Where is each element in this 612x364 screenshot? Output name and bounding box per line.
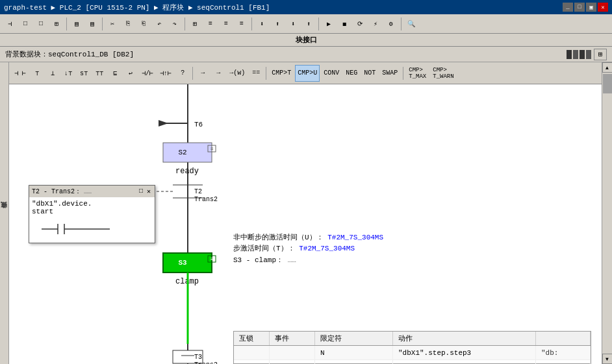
instr-contact-no[interactable]: ⊣ ⊢ xyxy=(12,65,29,82)
instr-sep-1 xyxy=(192,67,193,80)
tb-btn-3[interactable]: □ xyxy=(34,17,48,31)
table-row[interactable]: N "dbX1".step.step3 "db: xyxy=(234,346,591,360)
ruler-icon-4 xyxy=(586,50,591,59)
svg-marker-2 xyxy=(159,120,168,127)
tb-btn-8[interactable]: ⎘ xyxy=(121,17,135,31)
instr-arrow-w[interactable]: →(w) xyxy=(227,65,248,82)
ruler-icon xyxy=(567,50,572,59)
tb-btn-11[interactable]: ↷ xyxy=(168,17,182,31)
instr-cmp-tmax[interactable]: CMP>T_MAX xyxy=(406,65,429,82)
svg-rect-3 xyxy=(163,143,212,162)
tb-btn-16[interactable]: ⬇ xyxy=(255,17,269,31)
timing-label1: 非中断步的激活时间（U）： xyxy=(233,234,324,241)
tb-btn-2[interactable]: □ xyxy=(18,17,32,31)
tb-btn-7[interactable]: ✂ xyxy=(105,17,120,31)
instr-contact-nc[interactable]: ⊣/⊢ xyxy=(139,65,156,82)
block-interface-label: 块接口 xyxy=(296,35,317,45)
contact-row xyxy=(38,219,152,239)
instr-arrow-1[interactable]: → xyxy=(196,65,210,82)
tb-btn-23[interactable]: ⚡ xyxy=(368,17,383,31)
ruler-icon-2 xyxy=(573,50,578,59)
toolbar-separator-3 xyxy=(185,18,185,30)
tb-btn-17[interactable]: ⬆ xyxy=(270,17,285,31)
timing-value2: T#2M_7S_304MS xyxy=(299,245,355,252)
popup-title-label: T2 - Trans2： xyxy=(32,187,81,196)
toolbar-separator-4 xyxy=(251,18,252,30)
expand-button[interactable]: ⊞ xyxy=(594,49,607,60)
tb-btn-9[interactable]: ⎗ xyxy=(136,17,151,31)
tb-btn-20[interactable]: ▶ xyxy=(322,17,336,31)
popup-close-icon[interactable]: ✕ xyxy=(146,188,152,195)
instr-contact-re[interactable]: ⊣↑⊢ xyxy=(157,65,174,82)
s2-label[interactable]: S2 xyxy=(178,149,186,156)
tb-btn-12[interactable]: ⊞ xyxy=(188,17,202,31)
tb-btn-25[interactable]: 🔍 xyxy=(404,17,418,31)
trans2-popup: T2 - Trans2： …… □ ✕ "dbX1".device. start xyxy=(29,185,155,243)
right-scrollbar: ▲ ▼ xyxy=(602,62,612,364)
db-header: 背景数据块：seqControl1_DB [DB2] ⊞ xyxy=(0,47,612,62)
main-toolbar: ⊣ □ □ ⊞ ▤ ▤ ✂ ⎘ ⎗ ↶ ↷ ⊞ ≡ ≡ ≡ ⬇ ⬆ ⬇ ⬆ ▶ … xyxy=(0,14,612,34)
instr-conv[interactable]: CONV xyxy=(321,65,342,82)
th-action: 动作 xyxy=(393,332,536,345)
restore-button[interactable]: □ xyxy=(574,3,585,12)
maximize-button[interactable]: ▣ xyxy=(586,3,596,12)
instr-coil-4[interactable]: ⊤⊤ xyxy=(92,65,107,82)
t3-label: T3 xyxy=(194,354,202,361)
tb-btn-5[interactable]: ▤ xyxy=(70,17,84,31)
instr-swap[interactable]: SWAP xyxy=(379,65,400,82)
s3-info: S3 - clamp： …… xyxy=(233,255,296,265)
header-right-controls: ⊞ xyxy=(567,49,607,60)
content-area: 收藏夹 ⊣ ⊢ ⊤ ⊥ ↓⊤ s⊤ ⊤⊤ ⊑ ↩ ⊣/⊢ ⊣↑⊢ ? → → →… xyxy=(0,62,612,364)
td-action-2: "timerClamp", S5T#2s xyxy=(393,360,536,364)
table-header: 互锁 事件 限定符 动作 xyxy=(234,332,591,346)
tb-btn-15[interactable]: ≡ xyxy=(235,17,249,31)
tb-btn-1[interactable]: ⊣ xyxy=(3,17,17,31)
instr-coil-2[interactable]: ⊥ xyxy=(45,65,60,82)
db-header-label: 背景数据块：seqControl1_DB [DB2] xyxy=(5,49,134,59)
instr-cmp-twarn[interactable]: CMP>T_WARN xyxy=(430,65,456,82)
minimize-button[interactable]: _ xyxy=(563,3,573,12)
instr-return[interactable]: ↩ xyxy=(123,65,138,82)
td-qualifier-2: TD xyxy=(315,360,393,364)
instr-cmp-t[interactable]: CMP>T xyxy=(269,65,294,82)
scroll-thumb[interactable] xyxy=(603,74,612,93)
instr-sep-2 xyxy=(266,67,266,80)
th-extra xyxy=(536,332,591,345)
tb-btn-24[interactable]: ⚙ xyxy=(384,17,398,31)
tb-btn-4[interactable]: ⊞ xyxy=(49,17,64,31)
instr-coil-s[interactable]: s⊤ xyxy=(77,65,91,82)
instr-eq[interactable]: == xyxy=(249,65,263,82)
instr-unknown[interactable]: ? xyxy=(175,65,190,82)
diagram-canvas: T6 S2 ≡ ready T2 Trans2 xyxy=(9,84,602,364)
td-interlock-1 xyxy=(234,346,270,359)
trans3-label: Trans3 xyxy=(194,361,218,364)
s3-label[interactable]: S3 xyxy=(178,259,187,267)
tb-btn-18[interactable]: ⬇ xyxy=(286,17,300,31)
instr-not[interactable]: NOT xyxy=(361,65,378,82)
svg-text:≡: ≡ xyxy=(210,146,214,152)
instr-coil-1[interactable]: ⊤ xyxy=(30,65,44,82)
tb-btn-21[interactable]: ◼ xyxy=(337,17,351,31)
scroll-down-button[interactable]: ▼ xyxy=(602,354,613,364)
instr-neg[interactable]: NEG xyxy=(343,65,360,82)
instr-coil-3[interactable]: ↓⊤ xyxy=(61,65,75,82)
tb-btn-19[interactable]: ⬆ xyxy=(301,17,316,31)
scroll-up-button[interactable]: ▲ xyxy=(602,62,613,73)
tb-btn-14[interactable]: ≡ xyxy=(219,17,233,31)
tb-btn-10[interactable]: ↶ xyxy=(152,17,166,31)
instr-cmp-u[interactable]: CMP>U xyxy=(295,65,320,82)
instruction-toolbar: ⊣ ⊢ ⊤ ⊥ ↓⊤ s⊤ ⊤⊤ ⊑ ↩ ⊣/⊢ ⊣↑⊢ ? → → →(w) … xyxy=(9,62,602,84)
tb-btn-6[interactable]: ▤ xyxy=(85,17,99,31)
window-controls: _ □ ▣ ✕ xyxy=(563,3,608,12)
tb-btn-13[interactable]: ≡ xyxy=(203,17,218,31)
popup-expand-icon[interactable]: □ xyxy=(138,188,144,195)
td-event-1 xyxy=(270,346,315,359)
close-button[interactable]: ✕ xyxy=(598,3,608,12)
instr-box-1[interactable]: ⊑ xyxy=(108,65,122,82)
timing-value1: T#2M_7S_304MS xyxy=(327,234,383,241)
td-qualifier-1: N xyxy=(315,346,393,359)
tb-btn-22[interactable]: ⟳ xyxy=(353,17,367,31)
table-row[interactable]: S1 TD "timerClamp", S5T#2s "ti xyxy=(234,360,591,364)
instr-arrow-2[interactable]: → xyxy=(211,65,225,82)
trans2-label: Trans2 xyxy=(194,196,218,203)
